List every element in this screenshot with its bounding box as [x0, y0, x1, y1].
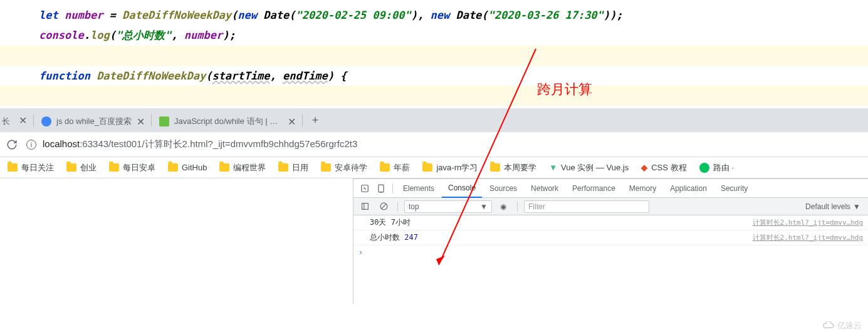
address-bar: i localhost:63343/test001/计算时长2.html?_ij…: [0, 132, 868, 157]
close-icon[interactable]: ✕: [137, 116, 145, 128]
bookmark-item[interactable]: 路由 ·: [694, 160, 739, 176]
code-line-1: let number = DateDiffNoWeekDay(new Date(…: [0, 5, 868, 25]
bookmark-item[interactable]: 每日关注: [3, 160, 59, 176]
code-line-4: function DateDiffNoWeekDay(startTime, en…: [0, 66, 868, 86]
device-icon[interactable]: [374, 181, 389, 196]
tab-memory[interactable]: Memory: [623, 179, 662, 198]
bookmark-item[interactable]: 本周要学: [485, 160, 541, 176]
console-toolbar: top▼ ◉ Filter Default levels ▼: [353, 198, 868, 215]
page-content: [0, 178, 353, 304]
svg-line-8: [381, 204, 386, 209]
svg-rect-5: [362, 204, 368, 210]
css-icon: ◆: [641, 163, 647, 172]
browser-tab-strip: 长 ✕ js do while_百度搜索 ✕ JavaScript do/whi…: [0, 108, 868, 132]
annotation-text: 跨月计算: [537, 80, 592, 99]
bookmark-item[interactable]: 安卓待学: [316, 160, 372, 176]
code-line-5: [0, 86, 868, 106]
folder-icon: [8, 163, 18, 172]
sidebar-toggle-icon[interactable]: [357, 199, 372, 214]
separator: [517, 202, 518, 212]
bookmark-item[interactable]: ◆CSS 教程: [636, 160, 691, 176]
bookmark-item[interactable]: ▼Vue 实例 — Vue.js: [544, 160, 634, 176]
tab-sources[interactable]: Sources: [483, 179, 523, 198]
browser-tab-1[interactable]: js do while_百度搜索 ✕: [34, 111, 151, 132]
folder-icon: [109, 163, 119, 172]
code-editor: let number = DateDiffNoWeekDay(new Date(…: [0, 0, 868, 106]
bookmark-item[interactable]: GitHub: [163, 160, 212, 175]
folder-icon: [422, 163, 432, 172]
console-log: 30天 7小时 计算时长2.html?_ijt=dmvv…hdg 总小时数 24…: [353, 215, 868, 304]
log-source-link[interactable]: 计算时长2.html?_ijt=dmvv…hdg: [753, 233, 863, 242]
bookmark-item[interactable]: 年薪: [375, 160, 415, 176]
vue-icon: ▼: [549, 163, 557, 172]
folder-icon: [490, 163, 500, 172]
separator: [392, 183, 393, 193]
tab-divider: [302, 114, 303, 126]
filter-input[interactable]: Filter: [524, 200, 649, 213]
tab-application[interactable]: Application: [664, 179, 713, 198]
page-split: Elements Console Sources Network Perform…: [0, 178, 868, 304]
log-source-link[interactable]: 计算时长2.html?_ijt=dmvv…hdg: [753, 218, 863, 227]
folder-icon: [321, 163, 331, 172]
log-entry: 总小时数 247 计算时长2.html?_ijt=dmvv…hdg: [353, 230, 868, 245]
bookmark-item[interactable]: java-rn学习: [417, 160, 483, 176]
bookmark-item[interactable]: 创业: [61, 160, 102, 176]
browser-tab-0[interactable]: 长: [0, 111, 13, 132]
tab-performance[interactable]: Performance: [566, 179, 622, 198]
tab-elements[interactable]: Elements: [397, 179, 441, 198]
svg-rect-3: [379, 185, 384, 192]
bookmark-item[interactable]: 每日安卓: [104, 160, 160, 176]
bookmarks-bar: 每日关注 创业 每日安卓 GitHub 编程世界 日用 安卓待学 年薪 java…: [0, 157, 868, 178]
new-tab-button[interactable]: +: [306, 111, 324, 129]
browser-tab-2[interactable]: JavaScript do/while 语句 | 菜鸟 ✕: [152, 111, 302, 132]
reload-button[interactable]: [6, 139, 18, 150]
devtools-panel: Elements Console Sources Network Perform…: [353, 178, 868, 304]
inspect-icon[interactable]: [357, 181, 372, 196]
url-display[interactable]: i localhost:63343/test001/计算时长2.html?_ij…: [26, 138, 862, 150]
eye-icon[interactable]: ◉: [496, 199, 511, 214]
watermark: 亿速云: [822, 320, 862, 331]
log-levels-dropdown[interactable]: Default levels ▼: [802, 201, 864, 212]
folder-icon: [380, 163, 390, 172]
folder-icon: [168, 163, 178, 172]
folder-icon: [219, 163, 229, 172]
close-icon[interactable]: ✕: [288, 116, 296, 128]
favicon-icon: [41, 116, 51, 126]
site-info-icon[interactable]: i: [26, 140, 36, 150]
favicon-icon: [159, 116, 169, 126]
log-entry: 30天 7小时 计算时长2.html?_ijt=dmvv…hdg: [353, 215, 868, 230]
close-icon[interactable]: ✕: [13, 115, 33, 126]
context-selector[interactable]: top▼: [404, 200, 492, 213]
tab-security[interactable]: Security: [714, 179, 754, 198]
tab-network[interactable]: Network: [525, 179, 565, 198]
tab-console[interactable]: Console: [442, 179, 482, 198]
code-line-3: [0, 46, 868, 66]
wechat-icon: [699, 163, 709, 173]
bookmark-item[interactable]: 编程世界: [214, 160, 271, 176]
folder-icon: [278, 163, 288, 172]
code-line-2: console.log("总小时数", number);: [0, 25, 868, 45]
devtools-tab-strip: Elements Console Sources Network Perform…: [353, 179, 868, 198]
separator: [397, 202, 398, 212]
console-prompt[interactable]: ›: [353, 245, 868, 259]
folder-icon: [66, 163, 76, 172]
clear-icon[interactable]: [376, 199, 391, 214]
bookmark-item[interactable]: 日用: [273, 160, 313, 176]
